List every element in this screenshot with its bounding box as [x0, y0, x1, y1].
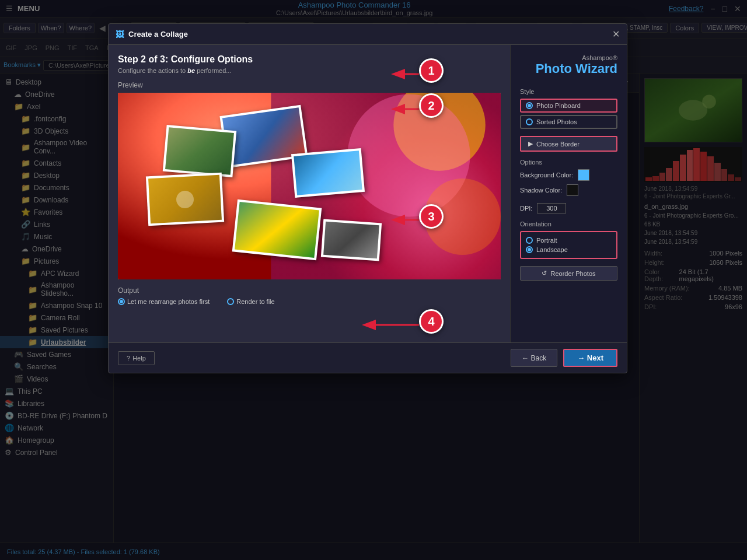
- annotation-2: 2: [419, 93, 444, 118]
- landscape-radio[interactable]: [526, 246, 533, 253]
- back-button[interactable]: ← Back: [511, 349, 557, 367]
- brand-product: Photo Wizard: [520, 61, 617, 76]
- dpi-label: DPI:: [520, 205, 532, 212]
- collage-photo-5: [291, 148, 365, 198]
- rearrange-label: Let me rearrange photos first: [127, 298, 210, 305]
- reorder-photos-button[interactable]: ↺ Reorder Photos: [520, 266, 617, 281]
- landscape-label: Landscape: [536, 246, 568, 253]
- help-icon: ?: [127, 355, 130, 362]
- anno-3-label: 3: [428, 210, 434, 223]
- collage-photo-4: [232, 200, 322, 261]
- render-label: Render to file: [236, 298, 274, 305]
- bg-color-row: Background Color:: [520, 169, 617, 181]
- portrait-label: Portrait: [536, 237, 557, 244]
- step-title: Step 2 of 3: Configure Options: [118, 54, 501, 65]
- choose-border-label: Choose Border: [536, 141, 580, 148]
- options-section: Options Background Color: Shadow Color:: [520, 159, 617, 196]
- photo-pinboard-option[interactable]: Photo Pinboard: [520, 99, 617, 113]
- reorder-icon: ↺: [542, 270, 547, 277]
- output-options: Let me rearrange photos first Render to …: [118, 298, 501, 305]
- dialog-left-panel: Step 2 of 3: Configure Options Configure…: [109, 45, 510, 342]
- collage-photo-6: [321, 219, 382, 261]
- brand-product-text: Photo Wizard: [536, 61, 617, 76]
- anno-2-label: 2: [428, 99, 434, 113]
- arrow-2: [390, 103, 422, 117]
- bg-color-swatch[interactable]: [578, 169, 589, 181]
- anno-4-label: 4: [428, 315, 434, 328]
- anno-1-label: 1: [428, 64, 434, 78]
- dialog-title-area: 🖼 Create a Collage: [116, 30, 188, 39]
- be-word: be: [187, 67, 195, 74]
- dialog-body: Step 2 of 3: Configure Options Configure…: [109, 45, 627, 342]
- orientation-label: Orientation: [520, 220, 617, 228]
- pinboard-label: Photo Pinboard: [536, 102, 581, 109]
- rearrange-option[interactable]: Let me rearrange photos first: [118, 298, 210, 305]
- dialog-title-text: Create a Collage: [128, 30, 188, 38]
- sorted-radio[interactable]: [526, 118, 533, 125]
- shadow-color-swatch[interactable]: [567, 184, 578, 196]
- bg-color-label: Background Color:: [520, 172, 573, 178]
- reorder-label: Reorder Photos: [550, 270, 595, 277]
- options-label: Options: [520, 159, 617, 166]
- help-button[interactable]: ? Help: [118, 351, 155, 365]
- next-button[interactable]: → Next: [563, 349, 617, 367]
- render-radio[interactable]: [227, 298, 234, 305]
- render-option[interactable]: Render to file: [227, 298, 274, 305]
- output-label: Output: [118, 286, 501, 295]
- dialog-overlay: 🖼 Create a Collage ✕ Step 2 of 3: Config…: [0, 0, 747, 560]
- style-label: Style: [520, 88, 617, 95]
- arrow-3: [390, 214, 422, 228]
- preview-label: Preview: [118, 81, 501, 89]
- portrait-radio[interactable]: [526, 237, 533, 244]
- sorted-photos-option[interactable]: Sorted Photos: [520, 115, 617, 129]
- dpi-row: DPI:: [520, 203, 617, 214]
- footer-nav-buttons: ← Back → Next: [511, 349, 617, 367]
- dialog-titlebar: 🖼 Create a Collage ✕: [109, 24, 627, 45]
- dialog-footer: ? Help ← Back → Next: [109, 342, 627, 373]
- collage-preview: [118, 93, 501, 279]
- collage-photo-2: [163, 125, 237, 177]
- dialog-icon: 🖼: [116, 30, 124, 39]
- brand-name: Ashampoo®: [520, 54, 617, 61]
- dialog-close-button[interactable]: ✕: [612, 29, 620, 40]
- landscape-option[interactable]: Landscape: [526, 245, 612, 254]
- collage-photo-3: [146, 173, 224, 226]
- dialog-right-panel: Ashampoo® Photo Wizard Style Photo Pinbo…: [510, 45, 627, 342]
- shadow-color-row: Shadow Color:: [520, 184, 617, 196]
- pinboard-radio[interactable]: [526, 102, 533, 109]
- annotation-3: 3: [419, 204, 444, 229]
- choose-border-icon: ▶: [528, 140, 533, 148]
- help-label: Help: [132, 355, 146, 362]
- orientation-box: Portrait Landscape: [520, 231, 617, 259]
- annotation-1: 1: [419, 58, 444, 83]
- wizard-brand: Ashampoo® Photo Wizard: [520, 54, 617, 76]
- sorted-label: Sorted Photos: [536, 118, 577, 125]
- rearrange-radio[interactable]: [118, 298, 125, 305]
- style-section: Style Photo Pinboard Sorted Photos: [520, 88, 617, 129]
- annotation-4: 4: [419, 309, 444, 334]
- dpi-input[interactable]: [537, 203, 566, 214]
- arrow-4: [361, 319, 422, 332]
- portrait-option[interactable]: Portrait: [526, 236, 612, 245]
- arrow-1: [390, 68, 422, 82]
- choose-border-button[interactable]: ▶ Choose Border: [520, 136, 617, 152]
- shadow-color-label: Shadow Color:: [520, 187, 562, 194]
